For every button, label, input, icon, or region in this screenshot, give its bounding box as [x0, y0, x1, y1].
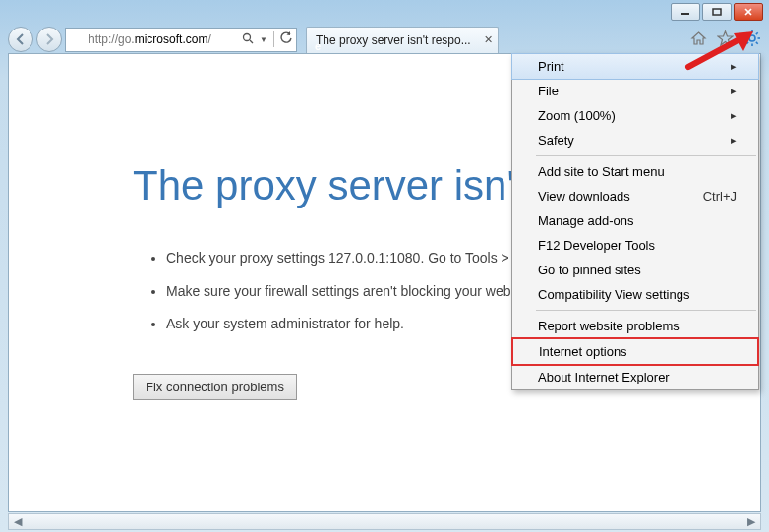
svg-rect-1 — [713, 9, 721, 15]
refresh-icon[interactable] — [280, 31, 293, 47]
address-bar[interactable]: http://go.microsoft.com/ ▼ — [65, 28, 297, 52]
fix-connection-button[interactable]: Fix connection problems — [133, 374, 297, 400]
menu-zoom[interactable]: Zoom (100%) — [512, 103, 758, 128]
menu-view-downloads[interactable]: View downloadsCtrl+J — [512, 184, 758, 208]
menu-about-ie[interactable]: About Internet Explorer — [512, 365, 758, 389]
minimize-button[interactable] — [671, 3, 700, 21]
svg-line-14 — [756, 32, 758, 34]
settings-menu: Print File Zoom (100%) Safety Add site t… — [511, 53, 759, 390]
scroll-left-icon[interactable]: ◀ — [9, 515, 27, 528]
horizontal-scrollbar[interactable]: ◀ ▶ — [8, 513, 761, 530]
search-icon[interactable] — [242, 32, 254, 47]
svg-rect-0 — [681, 13, 689, 15]
svg-line-12 — [756, 41, 758, 43]
menu-separator — [536, 155, 756, 156]
svg-line-5 — [250, 40, 253, 43]
menu-f12[interactable]: F12 Developer Tools — [512, 233, 758, 258]
forward-button[interactable] — [36, 27, 62, 52]
favorites-icon[interactable] — [717, 30, 734, 49]
menu-pinned-sites[interactable]: Go to pinned sites — [512, 258, 758, 282]
window-controls — [671, 3, 763, 21]
menu-report-problems[interactable]: Report website problems — [512, 314, 758, 338]
dropdown-icon[interactable]: ▼ — [260, 35, 267, 44]
menu-print[interactable]: Print — [511, 53, 759, 80]
svg-point-4 — [244, 33, 251, 40]
menu-compat-view[interactable]: Compatibility View settings — [512, 282, 758, 307]
scroll-track[interactable] — [27, 514, 742, 529]
shortcut-label: Ctrl+J — [703, 189, 737, 204]
ie-favicon-icon — [69, 31, 85, 47]
maximize-button[interactable] — [702, 3, 732, 21]
menu-manage-addons[interactable]: Manage add-ons — [512, 208, 758, 233]
tab-close-icon[interactable]: ✕ — [484, 33, 493, 46]
back-button[interactable] — [8, 27, 33, 52]
menu-separator — [536, 310, 756, 311]
scroll-right-icon[interactable]: ▶ — [742, 515, 760, 528]
menu-add-start[interactable]: Add site to Start menu — [512, 159, 758, 184]
menu-internet-options[interactable]: Internet options — [511, 337, 759, 366]
close-button[interactable] — [734, 3, 763, 21]
svg-line-11 — [746, 32, 748, 34]
tab-active[interactable]: The proxy server isn't respo... ✕ — [306, 27, 499, 53]
url-text: http://go.microsoft.com/ — [89, 32, 242, 46]
menu-safety[interactable]: Safety — [512, 128, 758, 152]
toolbar: http://go.microsoft.com/ ▼ The proxy ser… — [8, 26, 761, 53]
svg-line-13 — [746, 41, 748, 43]
settings-gear-icon[interactable] — [743, 30, 761, 50]
tab-title: The proxy server isn't respo... — [316, 33, 480, 47]
menu-file[interactable]: File — [512, 79, 758, 103]
svg-point-6 — [749, 35, 755, 41]
home-icon[interactable] — [690, 30, 707, 49]
